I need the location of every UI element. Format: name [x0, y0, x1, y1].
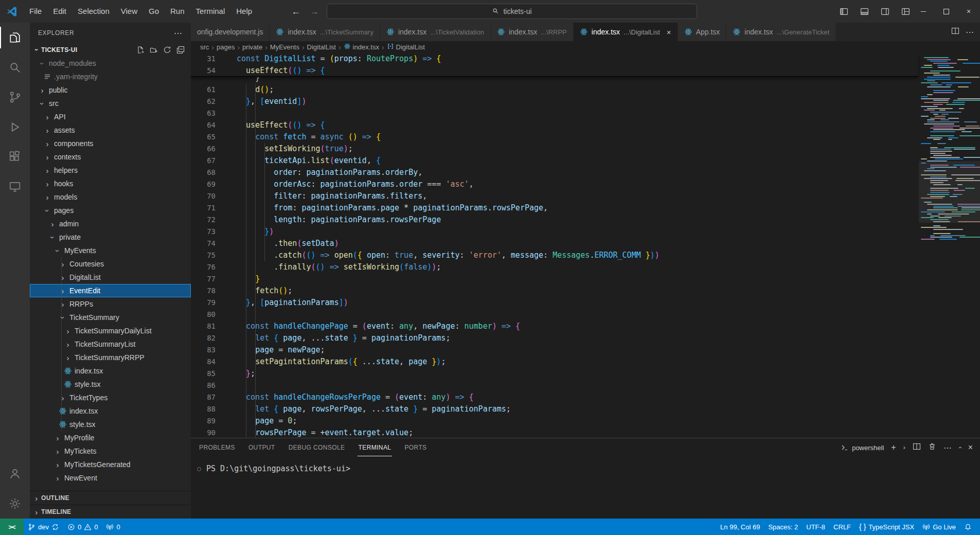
section-timeline[interactable]: ›TIMELINE	[30, 505, 191, 519]
tree-item-mytickets-29[interactable]: ›MyTickets	[30, 444, 191, 458]
tab-onfig.development.js-0[interactable]: onfig.development.js	[191, 23, 270, 41]
close-window-button[interactable]: ×	[957, 0, 980, 23]
close-panel-icon[interactable]: ×	[968, 443, 973, 452]
nav-forward-icon[interactable]: →	[310, 6, 319, 17]
explorer-more-actions-icon[interactable]: ⋯	[174, 28, 183, 38]
tree-item-eventedit-17[interactable]: ›EventEdit	[30, 284, 191, 297]
activitybar-remote-explorer-icon[interactable]	[0, 172, 30, 202]
panel-tab-output[interactable]: OUTPUT	[247, 439, 276, 456]
tree-item-api-4[interactable]: ›API	[30, 110, 191, 123]
tree-item-ticketsummaryrrpp-22[interactable]: ›TicketSummaryRRPP	[30, 351, 191, 364]
panel-tab-debug-console[interactable]: DEBUG CONSOLE	[288, 439, 346, 456]
tree-item-node-modules-0[interactable]: ›node_modules	[30, 57, 191, 70]
minimize-button[interactable]: ─	[912, 0, 935, 23]
maximize-panel-icon[interactable]: ›	[956, 447, 964, 449]
menu-item-view[interactable]: View	[115, 0, 143, 23]
activitybar-extensions-icon[interactable]	[0, 142, 30, 172]
status-feedback[interactable]: 0	[102, 519, 124, 535]
status-go-live[interactable]: Go Live	[918, 519, 960, 535]
tree-item-style.tsx-27[interactable]: style.tsx	[30, 418, 191, 431]
tree-item-ticketsummarydailylist-20[interactable]: ›TicketSummaryDailyList	[30, 324, 191, 337]
tree-item-admin-12[interactable]: ›admin	[30, 217, 191, 230]
tab-index.tsx-6[interactable]: index.tsx...\GenerateTicket	[726, 23, 836, 41]
breadcrumb-item-private[interactable]: private	[242, 43, 262, 51]
tree-item-ticketsummarylist-21[interactable]: ›TicketSummaryList	[30, 337, 191, 351]
menu-item-terminal[interactable]: Terminal	[190, 0, 231, 23]
split-editor-icon[interactable]	[951, 27, 959, 37]
status-notifications[interactable]	[960, 519, 976, 535]
tree-item-models-10[interactable]: ›models	[30, 190, 191, 204]
new-file-icon[interactable]	[135, 45, 146, 55]
tree-item-myprofile-28[interactable]: ›MyProfile	[30, 431, 191, 444]
section-outline[interactable]: ›OUTLINE	[30, 491, 191, 505]
activitybar-explorer-icon[interactable]	[0, 23, 30, 52]
tree-item-pages-11[interactable]: ›pages	[30, 204, 191, 217]
tree-item-.yarn-integrity-1[interactable]: .yarn-integrity	[30, 70, 191, 83]
tree-item-myticketsgenerated-30[interactable]: ›MyTicketsGenerated	[30, 458, 191, 471]
status-encoding[interactable]: UTF-8	[802, 519, 829, 535]
tree-item-assets-5[interactable]: ›assets	[30, 123, 191, 137]
command-center[interactable]: tickets-ui	[327, 4, 697, 19]
menu-item-edit[interactable]: Edit	[47, 0, 72, 23]
breadcrumb-item-digitallist[interactable]: DigitalList	[387, 43, 425, 51]
status-language-mode[interactable]: { }TypeScript JSX	[855, 519, 918, 535]
nav-back-icon[interactable]: ←	[291, 6, 300, 17]
new-folder-icon[interactable]	[149, 45, 159, 55]
minimap-slider[interactable]	[919, 161, 980, 223]
activitybar-search-icon[interactable]	[0, 52, 30, 82]
tree-item-courtesies-15[interactable]: ›Courtesies	[30, 257, 191, 271]
status-eol[interactable]: CRLF	[829, 519, 855, 535]
tree-item-helpers-8[interactable]: ›helpers	[30, 164, 191, 177]
terminal-content[interactable]: PS D:\git\goingpass\tickets-ui>	[191, 457, 980, 473]
activitybar-manage-settings-icon[interactable]	[0, 489, 30, 519]
refresh-icon[interactable]	[162, 45, 172, 55]
tab-index.tsx-3[interactable]: index.tsx...\RRPP	[491, 23, 574, 41]
tree-item-src-3[interactable]: ›src	[30, 97, 191, 110]
menu-item-run[interactable]: Run	[165, 0, 190, 23]
tree-item-myevents-14[interactable]: ›MyEvents	[30, 244, 191, 257]
menu-item-go[interactable]: Go	[143, 0, 165, 23]
menu-item-selection[interactable]: Selection	[72, 0, 115, 23]
panel-tab-problems[interactable]: PROBLEMS	[198, 439, 236, 456]
status-remote-indicator[interactable]: ><	[0, 519, 24, 535]
tree-item-ticketsummary-19[interactable]: ›TicketSummary	[30, 311, 191, 324]
breadcrumb-item-digitallist[interactable]: DigitalList	[307, 43, 336, 51]
activitybar-accounts-icon[interactable]	[0, 459, 30, 489]
toggle-secondary-sidebar-icon[interactable]	[877, 4, 893, 19]
split-terminal-icon[interactable]	[913, 442, 921, 453]
tree-item-digitallist-16[interactable]: ›DigitalList	[30, 271, 191, 284]
customize-layout-icon[interactable]	[898, 4, 913, 19]
workspace-section-header[interactable]: › TICKETS-UI	[30, 43, 191, 57]
kill-terminal-icon[interactable]	[928, 442, 936, 453]
status-cursor-position[interactable]: Ln 99, Col 69	[716, 519, 764, 535]
toggle-primary-sidebar-icon[interactable]	[836, 4, 851, 19]
tree-item-public-2[interactable]: ›public	[30, 83, 191, 97]
panel-tab-ports[interactable]: PORTS	[403, 439, 427, 456]
activitybar-run-and-debug-icon[interactable]	[0, 112, 30, 142]
close-tab-icon[interactable]: ×	[667, 28, 671, 37]
tree-item-style.tsx-24[interactable]: style.tsx	[30, 378, 191, 391]
new-terminal-icon[interactable]: +	[891, 443, 896, 452]
maximize-button[interactable]	[935, 0, 957, 23]
menu-item-help[interactable]: Help	[230, 0, 258, 23]
tree-item-contexts-7[interactable]: ›contexts	[30, 150, 191, 164]
tab-index.tsx-4[interactable]: index.tsx...\DigitalList×	[574, 23, 678, 41]
tree-item-rrpps-18[interactable]: ›RRPPs	[30, 297, 191, 311]
panel-more-actions-icon[interactable]: ⋯	[943, 443, 952, 453]
toggle-panel-icon[interactable]	[857, 4, 872, 19]
tree-item-index.tsx-23[interactable]: index.tsx	[30, 364, 191, 378]
tree-item-index.tsx-26[interactable]: index.tsx	[30, 404, 191, 418]
tab-index.tsx-2[interactable]: index.tsx...\TicketValidation	[380, 23, 491, 41]
breadcrumb-item-pages[interactable]: pages	[217, 43, 235, 51]
tree-item-components-6[interactable]: ›components	[30, 137, 191, 150]
terminal-shell-label[interactable]: powershell	[841, 443, 884, 452]
tree-item-tickettypes-25[interactable]: ›TicketTypes	[30, 391, 191, 404]
activitybar-source-control-icon[interactable]	[0, 82, 30, 112]
tab-app.tsx-5[interactable]: App.tsx	[678, 23, 727, 41]
tree-item-hooks-9[interactable]: ›hooks	[30, 177, 191, 190]
tree-item-private-13[interactable]: ›private	[30, 230, 191, 244]
tree-item-newevent-31[interactable]: ›NewEvent	[30, 471, 191, 485]
editor-more-actions-icon[interactable]: ⋯	[966, 27, 974, 37]
status-problems[interactable]: 00	[63, 519, 102, 535]
tab-index.tsx-1[interactable]: index.tsx...\TicketSummary	[270, 23, 380, 41]
